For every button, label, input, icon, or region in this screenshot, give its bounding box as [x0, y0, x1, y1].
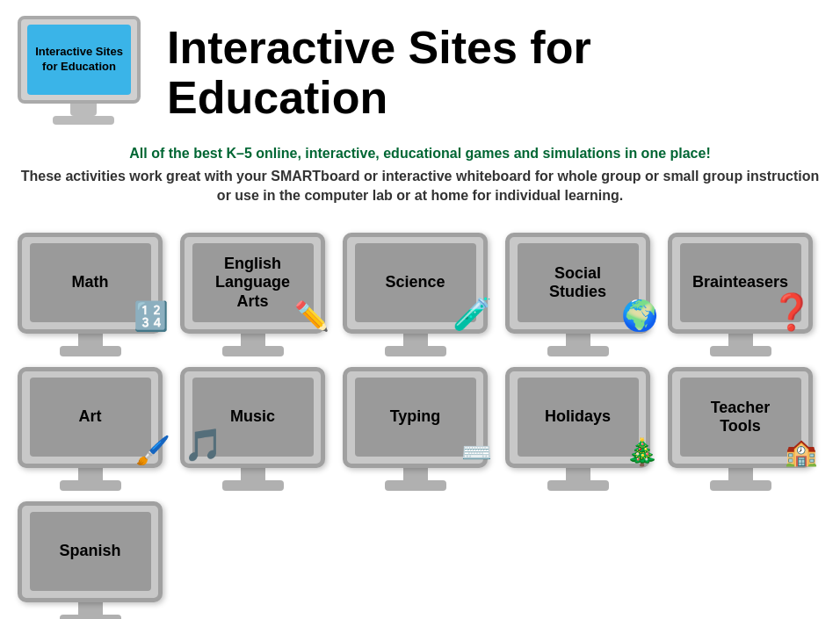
monitor-body-spanish: Spanish: [18, 501, 163, 602]
monitor-stand-social: [566, 334, 590, 346]
monitor-brainteasers[interactable]: Brainteasers ❓: [659, 226, 822, 360]
monitor-body-music: Music 🎵: [180, 367, 325, 468]
monitor-label-holidays: Holidays: [541, 404, 614, 430]
monitor-body-science: Science 🧪: [343, 233, 488, 334]
monitor-body-brainteasers: Brainteasers ❓: [668, 233, 813, 334]
monitor-holidays[interactable]: Holidays 🎄: [496, 360, 659, 494]
monitor-teacher[interactable]: TeacherTools 🏫: [659, 360, 822, 494]
monitor-label-science: Science: [381, 270, 448, 296]
monitor-body-math: Math 🔢: [18, 233, 163, 334]
monitor-base-science: [385, 346, 446, 356]
monitor-row-0: Math 🔢 EnglishLanguageArts ✏️ Science 🧪: [9, 226, 831, 360]
monitor-screen-ela: EnglishLanguageArts ✏️: [192, 243, 314, 322]
monitor-icon-ela: ✏️: [294, 299, 329, 333]
monitor-icon-brainteasers: ❓: [770, 292, 814, 333]
subtitle-line2: These activities work great with your SM…: [18, 167, 822, 206]
logo-monitor-body: Interactive Sites for Education: [18, 16, 141, 104]
monitor-math[interactable]: Math 🔢: [9, 226, 171, 360]
logo-base: [53, 116, 114, 125]
monitor-art[interactable]: Art 🖌️: [9, 360, 171, 494]
monitor-icon-science: 🧪: [453, 296, 492, 333]
monitor-body-holidays: Holidays 🎄: [505, 367, 650, 468]
monitor-screen-music: Music 🎵: [192, 378, 314, 457]
monitor-screen-science: Science 🧪: [355, 243, 476, 322]
monitor-base-holidays: [547, 480, 609, 491]
monitor-body-teacher: TeacherTools 🏫: [668, 367, 813, 468]
monitor-stand-spanish: [78, 602, 103, 615]
monitor-screen-holidays: Holidays 🎄: [518, 378, 639, 457]
monitor-base-art: [60, 480, 121, 491]
title-text: Interactive Sites for Education: [167, 23, 822, 123]
monitor-stand-science: [403, 334, 428, 346]
monitor-icon-math: 🔢: [134, 299, 169, 333]
monitor-base-ela: [222, 346, 284, 356]
monitor-base-typing: [385, 480, 446, 491]
monitor-label-brainteasers: Brainteasers: [689, 270, 792, 296]
subtitle-line1: All of the best K–5 online, interactive,…: [18, 146, 822, 162]
monitor-row-1: Art 🖌️ Music 🎵 Typing ⌨️: [9, 360, 831, 494]
monitor-icon-teacher: 🏫: [785, 436, 817, 467]
monitor-music[interactable]: Music 🎵: [171, 360, 334, 494]
monitor-base-math: [60, 346, 121, 356]
monitor-icon-social: 🌍: [621, 298, 658, 333]
header: Interactive Sites for Education Interact…: [0, 0, 840, 139]
logo-text: Interactive Sites for Education: [32, 45, 127, 75]
monitor-stand-music: [241, 468, 265, 480]
monitor-base-teacher: [710, 480, 771, 491]
monitor-screen-spanish: Spanish: [30, 512, 151, 591]
monitor-icon-holidays: 🎄: [626, 436, 658, 467]
monitor-icon-art: 🖌️: [135, 434, 170, 467]
monitor-science[interactable]: Science 🧪: [334, 226, 496, 360]
monitor-label-art: Art: [76, 404, 105, 430]
monitor-body-ela: EnglishLanguageArts ✏️: [180, 233, 325, 334]
logo-screen: Interactive Sites for Education: [27, 25, 131, 95]
logo: Interactive Sites for Education: [18, 16, 149, 130]
monitor-screen-math: Math 🔢: [30, 243, 151, 322]
monitor-stand-ela: [241, 334, 265, 346]
monitor-base-social: [547, 346, 609, 356]
monitor-screen-social: SocialStudies 🌍: [518, 243, 639, 322]
monitor-typing[interactable]: Typing ⌨️: [334, 360, 496, 494]
monitor-ela[interactable]: EnglishLanguageArts ✏️: [171, 226, 334, 360]
monitor-body-social: SocialStudies 🌍: [505, 233, 650, 334]
monitor-stand-holidays: [566, 468, 590, 480]
monitor-label-ela: EnglishLanguageArts: [212, 251, 293, 315]
logo-stand: [70, 104, 97, 116]
monitor-social[interactable]: SocialStudies 🌍: [496, 226, 659, 360]
monitors-grid: Math 🔢 EnglishLanguageArts ✏️ Science 🧪: [0, 217, 840, 619]
monitor-base-spanish: [60, 615, 121, 619]
monitor-label-teacher: TeacherTools: [707, 395, 774, 440]
monitor-screen-brainteasers: Brainteasers ❓: [680, 243, 801, 322]
monitor-label-music: Music: [227, 404, 279, 430]
monitor-base-music: [222, 480, 284, 491]
monitor-icon-music: 🎵: [184, 427, 223, 464]
monitor-label-typing: Typing: [387, 404, 445, 430]
site-title: Interactive Sites for Education: [167, 23, 822, 123]
monitor-icon-typing: ⌨️: [461, 438, 492, 467]
monitor-spanish[interactable]: Spanish: [9, 494, 171, 619]
monitor-screen-teacher: TeacherTools 🏫: [680, 378, 801, 457]
monitor-body-art: Art 🖌️: [18, 367, 163, 468]
monitor-label-spanish: Spanish: [55, 538, 124, 565]
monitor-stand-art: [78, 468, 103, 480]
monitor-label-math: Math: [69, 270, 112, 296]
monitor-stand-brainteasers: [728, 334, 753, 346]
monitor-stand-math: [78, 334, 103, 346]
monitor-base-brainteasers: [710, 346, 771, 356]
monitor-stand-teacher: [728, 468, 753, 480]
subtitle-section: All of the best K–5 online, interactive,…: [0, 139, 840, 217]
monitor-screen-art: Art 🖌️: [30, 378, 151, 457]
monitor-body-typing: Typing ⌨️: [343, 367, 488, 468]
monitor-label-social: SocialStudies: [546, 261, 610, 306]
monitor-row-2: Spanish: [9, 494, 831, 619]
monitor-screen-typing: Typing ⌨️: [355, 378, 476, 457]
monitor-stand-typing: [403, 468, 428, 480]
